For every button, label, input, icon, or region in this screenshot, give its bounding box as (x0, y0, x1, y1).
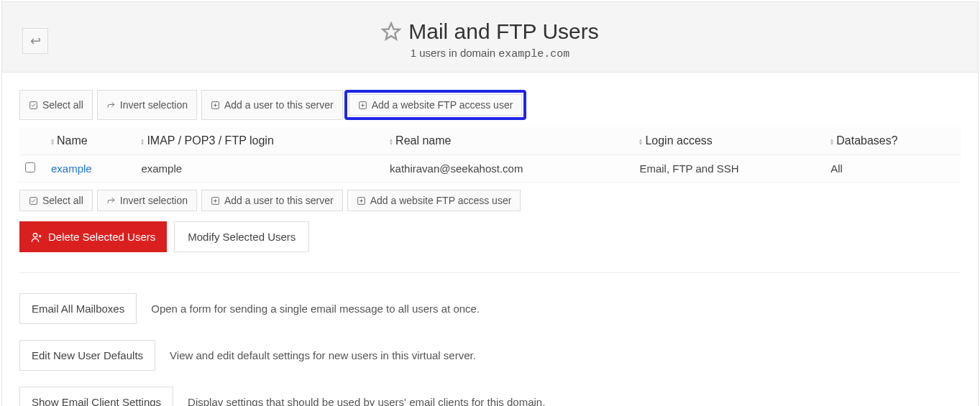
toolbar-top: Select all Invert selection Add a user t… (19, 90, 961, 120)
modify-selected-button[interactable]: Modify Selected Users (174, 221, 309, 252)
select-all-button[interactable]: Select all (19, 190, 93, 211)
add-user-button[interactable]: Add a user to this server (201, 90, 343, 120)
page-title: Mail and FTP Users (408, 19, 599, 44)
add-ftp-user-button[interactable]: Add a website FTP access user (347, 190, 521, 211)
option-row: Edit New User Defaults View and edit def… (19, 340, 961, 371)
col-name[interactable]: ▴▾Name (45, 127, 135, 155)
svg-point-7 (33, 233, 37, 236)
page-header: ↩ Mail and FTP Users 1 users in domain e… (2, 2, 978, 73)
option-desc: Open a form for sending a single email m… (151, 303, 480, 315)
edit-defaults-button[interactable]: Edit New User Defaults (19, 340, 155, 371)
plus-square-icon (357, 196, 366, 206)
plus-square-icon (211, 196, 220, 206)
add-ftp-user-button[interactable]: Add a website FTP access user (349, 94, 523, 116)
back-button[interactable]: ↩ (22, 28, 48, 54)
col-db[interactable]: ▴▾Databases? (825, 127, 961, 155)
option-row: Show Email Client Settings Display setti… (19, 387, 961, 406)
col-access[interactable]: ▴▾Login access (633, 127, 825, 155)
email-all-button[interactable]: Email All Mailboxes (19, 293, 137, 324)
check-square-icon (29, 196, 38, 206)
divider (19, 272, 961, 273)
select-all-button[interactable]: Select all (19, 90, 93, 120)
user-x-icon (31, 231, 42, 243)
invert-selection-button[interactable]: Invert selection (97, 190, 197, 211)
cell-login: example (141, 162, 182, 175)
star-outline-icon[interactable] (381, 22, 401, 42)
share-icon (106, 101, 116, 110)
email-client-settings-button[interactable]: Show Email Client Settings (19, 387, 173, 406)
invert-selection-button[interactable]: Invert selection (97, 90, 197, 120)
table-row: example example kathiravan@seekahost.com… (19, 155, 961, 183)
option-row: Email All Mailboxes Open a form for send… (19, 293, 961, 324)
sort-icon: ▴▾ (390, 138, 393, 145)
check-square-icon (29, 101, 38, 110)
page-subtitle: 1 users in domain example.com (17, 47, 963, 60)
sort-icon: ▴▾ (639, 138, 642, 145)
col-real[interactable]: ▴▾Real name (384, 127, 633, 155)
sort-icon: ▴▾ (830, 138, 833, 145)
col-login[interactable]: ▴▾IMAP / POP3 / FTP login (135, 127, 384, 155)
arrow-left-icon: ↩ (30, 33, 41, 49)
cell-db: All (830, 162, 843, 175)
user-name-link[interactable]: example (51, 162, 92, 175)
row-checkbox[interactable] (25, 162, 35, 172)
sort-icon: ▴▾ (51, 138, 54, 145)
sort-icon: ▴▾ (141, 138, 144, 145)
plus-square-icon (211, 101, 220, 110)
toolbar-bottom: Select all Invert selection Add a user t… (19, 190, 961, 211)
cell-real: kathiravan@seekahost.com (390, 162, 523, 175)
svg-marker-0 (383, 23, 400, 39)
delete-selected-button[interactable]: Delete Selected Users (19, 221, 167, 252)
plus-square-icon (358, 101, 367, 110)
cell-access: Email, FTP and SSH (639, 162, 738, 175)
option-desc: View and edit default settings for new u… (170, 349, 476, 361)
users-table: ▴▾Name ▴▾IMAP / POP3 / FTP login ▴▾Real … (19, 127, 961, 183)
share-icon (106, 196, 116, 206)
bulk-actions: Delete Selected Users Modify Selected Us… (19, 221, 961, 252)
add-user-button[interactable]: Add a user to this server (201, 190, 343, 211)
option-desc: Display settings that should be used by … (188, 396, 545, 406)
highlighted-button-wrap: Add a website FTP access user (344, 90, 527, 120)
